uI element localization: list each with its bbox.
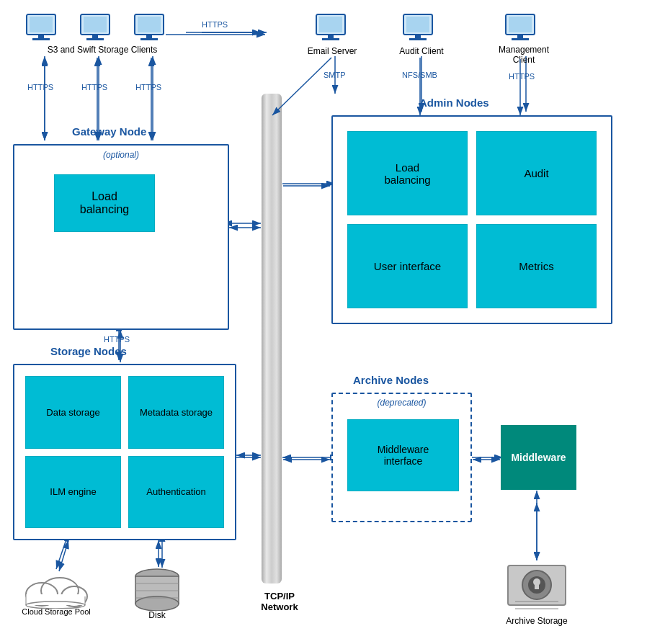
cloud-icon: [20, 569, 92, 609]
svg-line-81: [59, 540, 68, 571]
svg-rect-19: [30, 17, 53, 32]
https-label-top: HTTPS: [202, 20, 228, 29]
archive-nodes-box: Archive Nodes (deprecated) Middlewareint…: [331, 393, 472, 522]
admin-load-balancing: Loadbalancing: [347, 131, 468, 215]
svg-rect-25: [86, 38, 104, 40]
smtp-label: SMTP: [324, 71, 346, 79]
svg-rect-20: [38, 35, 44, 38]
storage-nodes-title: Storage Nodes: [50, 345, 127, 357]
audit-client-icon: [402, 13, 434, 44]
tcp-ip-label: TCP/IP Network: [251, 591, 308, 612]
email-server-label: Email Server: [305, 46, 359, 56]
svg-rect-39: [409, 38, 427, 40]
gateway-node-box: Gateway Node (optional) Loadbalancing: [13, 144, 229, 330]
https-mgmt-label: HTTPS: [509, 72, 535, 81]
admin-nodes-title: Admin Nodes: [419, 97, 489, 109]
email-server-icon: [315, 13, 347, 44]
svg-rect-21: [32, 38, 50, 40]
admin-audit: Audit: [476, 131, 597, 215]
storage-data-storage: Data storage: [25, 376, 121, 449]
svg-rect-38: [415, 35, 421, 38]
audit-client-label: Audit Client: [395, 46, 448, 56]
svg-rect-34: [328, 35, 334, 38]
archive-storage-icon: Archive Storage: [504, 562, 569, 626]
svg-rect-33: [319, 17, 342, 32]
computer-icon-3: [133, 13, 165, 44]
management-client-label: Management Client: [494, 45, 554, 65]
svg-rect-43: [512, 38, 529, 40]
storage-nodes-box: Storage Nodes Data storage Metadata stor…: [13, 364, 236, 540]
gateway-node-title: Gateway Node: [72, 125, 146, 138]
storage-ilm-engine: ILM engine: [25, 456, 121, 529]
admin-nodes-box: Admin Nodes Loadbalancing Audit User int…: [331, 115, 612, 324]
admin-user-interface: User interface: [347, 224, 468, 308]
svg-rect-61: [535, 583, 539, 589]
tcp-ip-pipe: [262, 94, 282, 583]
top-arrow-svg: [166, 27, 270, 42]
storage-authentication: Authentication: [128, 456, 224, 529]
nfs-smb-label: NFS/SMB: [402, 71, 437, 79]
svg-rect-27: [138, 17, 161, 32]
svg-point-53: [135, 596, 179, 611]
https-label-3: HTTPS: [135, 83, 161, 91]
middleware-box: Middleware: [501, 425, 576, 490]
svg-rect-35: [322, 38, 339, 40]
management-client-icon: [504, 13, 536, 44]
svg-rect-29: [140, 38, 158, 40]
storage-metadata: Metadata storage: [128, 376, 224, 449]
architecture-diagram: TCP/IP Network: [0, 0, 647, 644]
svg-rect-41: [509, 17, 532, 32]
disk-icon: Disk: [132, 568, 182, 620]
svg-rect-23: [84, 17, 107, 32]
archive-nodes-subtitle: (deprecated): [377, 398, 426, 408]
https-label-1: HTTPS: [27, 83, 53, 91]
svg-rect-28: [146, 35, 152, 38]
storage-clients-label: S3 and Swift Storage Clients: [16, 45, 189, 55]
computer-icon-1: [25, 13, 57, 44]
gateway-node-subtitle: (optional): [103, 150, 139, 160]
svg-rect-24: [92, 35, 98, 38]
computer-icon-2: [79, 13, 111, 44]
svg-rect-37: [406, 17, 429, 32]
svg-rect-47: [26, 594, 85, 605]
svg-rect-42: [517, 35, 523, 38]
https-label-2: HTTPS: [81, 83, 107, 91]
archive-middleware-interface: Middlewareinterface: [347, 419, 459, 491]
archive-nodes-title: Archive Nodes: [353, 374, 429, 386]
gateway-load-balancing: Loadbalancing: [54, 174, 155, 232]
cloud-storage-pool: Cloud Storage Pool: [20, 569, 92, 616]
admin-metrics: Metrics: [476, 224, 597, 308]
https-gateway-storage: HTTPS: [104, 335, 130, 344]
